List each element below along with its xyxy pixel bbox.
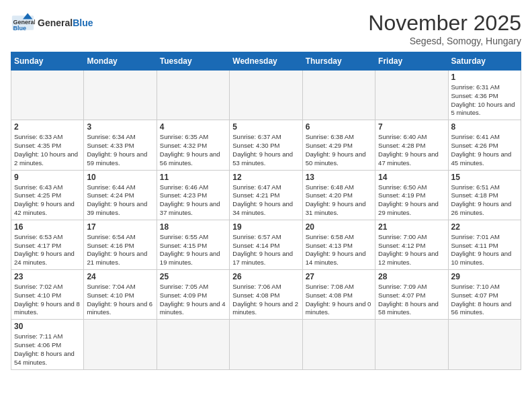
calendar-cell: [11, 71, 84, 120]
day-number: 28: [378, 272, 445, 281]
day-number: 30: [14, 322, 81, 331]
day-info: Sunrise: 6:51 AM Sunset: 4:18 PM Dayligh…: [451, 183, 518, 218]
logo-icon: General Blue: [11, 11, 35, 35]
day-number: 17: [87, 222, 153, 232]
weekday-header-sunday: Sunday: [11, 52, 84, 71]
calendar-cell: 4Sunrise: 6:35 AM Sunset: 4:32 PM Daylig…: [157, 120, 229, 170]
day-info: Sunrise: 7:05 AM Sunset: 4:09 PM Dayligh…: [160, 283, 226, 317]
day-info: Sunrise: 6:40 AM Sunset: 4:28 PM Dayligh…: [378, 133, 445, 167]
day-info: Sunrise: 7:02 AM Sunset: 4:10 PM Dayligh…: [14, 283, 81, 317]
calendar-cell: [448, 320, 521, 369]
calendar-cell: 3Sunrise: 6:34 AM Sunset: 4:33 PM Daylig…: [84, 120, 157, 170]
svg-text:Blue: Blue: [13, 25, 27, 32]
calendar-cell: 20Sunrise: 6:58 AM Sunset: 4:13 PM Dayli…: [302, 220, 375, 269]
day-info: Sunrise: 6:47 AM Sunset: 4:21 PM Dayligh…: [232, 183, 299, 218]
calendar-cell: 6Sunrise: 6:38 AM Sunset: 4:29 PM Daylig…: [302, 120, 375, 170]
calendar-cell: [230, 320, 302, 369]
day-info: Sunrise: 7:01 AM Sunset: 4:11 PM Dayligh…: [451, 233, 518, 267]
calendar-cell: 17Sunrise: 6:54 AM Sunset: 4:16 PM Dayli…: [84, 220, 157, 269]
day-number: 22: [451, 222, 518, 232]
day-number: 4: [160, 122, 226, 132]
calendar-cell: 9Sunrise: 6:43 AM Sunset: 4:25 PM Daylig…: [11, 170, 84, 220]
day-info: Sunrise: 7:11 AM Sunset: 4:06 PM Dayligh…: [14, 332, 81, 367]
day-number: 29: [451, 272, 518, 281]
day-number: 20: [306, 222, 372, 232]
calendar-cell: 27Sunrise: 7:08 AM Sunset: 4:08 PM Dayli…: [302, 270, 375, 320]
calendar-body: 1Sunrise: 6:31 AM Sunset: 4:36 PM Daylig…: [11, 71, 521, 370]
day-info: Sunrise: 6:44 AM Sunset: 4:24 PM Dayligh…: [87, 183, 153, 218]
weekday-header-friday: Friday: [375, 52, 448, 71]
day-number: 14: [378, 173, 445, 182]
weekday-header-wednesday: Wednesday: [230, 52, 302, 71]
calendar-week-row: 2Sunrise: 6:33 AM Sunset: 4:35 PM Daylig…: [11, 120, 521, 170]
calendar-cell: [375, 320, 448, 369]
calendar-cell: [157, 71, 229, 120]
calendar-cell: [157, 320, 229, 369]
calendar-cell: 10Sunrise: 6:44 AM Sunset: 4:24 PM Dayli…: [84, 170, 157, 220]
calendar-cell: 13Sunrise: 6:48 AM Sunset: 4:20 PM Dayli…: [302, 170, 375, 220]
day-info: Sunrise: 7:06 AM Sunset: 4:08 PM Dayligh…: [232, 283, 299, 317]
day-info: Sunrise: 6:34 AM Sunset: 4:33 PM Dayligh…: [87, 133, 153, 167]
calendar-cell: 24Sunrise: 7:04 AM Sunset: 4:10 PM Dayli…: [84, 270, 157, 320]
calendar-cell: 12Sunrise: 6:47 AM Sunset: 4:21 PM Dayli…: [230, 170, 302, 220]
day-number: 7: [378, 122, 445, 132]
calendar-cell: 28Sunrise: 7:09 AM Sunset: 4:07 PM Dayli…: [375, 270, 448, 320]
calendar-cell: [230, 71, 302, 120]
day-info: Sunrise: 6:54 AM Sunset: 4:16 PM Dayligh…: [87, 233, 153, 267]
day-number: 3: [87, 122, 153, 132]
day-info: Sunrise: 6:31 AM Sunset: 4:36 PM Dayligh…: [451, 83, 518, 118]
day-number: 23: [14, 272, 81, 281]
calendar-week-row: 1Sunrise: 6:31 AM Sunset: 4:36 PM Daylig…: [11, 71, 521, 120]
day-number: 9: [14, 173, 81, 182]
calendar-week-row: 16Sunrise: 6:53 AM Sunset: 4:17 PM Dayli…: [11, 220, 521, 269]
weekday-header-tuesday: Tuesday: [157, 52, 229, 71]
calendar-cell: [84, 320, 157, 369]
day-info: Sunrise: 6:35 AM Sunset: 4:32 PM Dayligh…: [160, 133, 226, 167]
day-info: Sunrise: 6:58 AM Sunset: 4:13 PM Dayligh…: [306, 233, 372, 267]
day-number: 2: [14, 122, 81, 132]
day-info: Sunrise: 7:10 AM Sunset: 4:07 PM Dayligh…: [451, 283, 518, 317]
calendar-cell: 5Sunrise: 6:37 AM Sunset: 4:30 PM Daylig…: [230, 120, 302, 170]
day-number: 24: [87, 272, 153, 281]
day-number: 12: [232, 173, 299, 182]
calendar-cell: 15Sunrise: 6:51 AM Sunset: 4:18 PM Dayli…: [448, 170, 521, 220]
calendar-week-row: 9Sunrise: 6:43 AM Sunset: 4:25 PM Daylig…: [11, 170, 521, 220]
day-info: Sunrise: 6:46 AM Sunset: 4:23 PM Dayligh…: [160, 183, 226, 218]
calendar-cell: 23Sunrise: 7:02 AM Sunset: 4:10 PM Dayli…: [11, 270, 84, 320]
calendar-cell: 21Sunrise: 7:00 AM Sunset: 4:12 PM Dayli…: [375, 220, 448, 269]
day-info: Sunrise: 7:08 AM Sunset: 4:08 PM Dayligh…: [306, 283, 372, 317]
day-number: 6: [306, 122, 372, 132]
calendar-cell: 22Sunrise: 7:01 AM Sunset: 4:11 PM Dayli…: [448, 220, 521, 269]
day-number: 1: [451, 73, 518, 82]
day-info: Sunrise: 7:04 AM Sunset: 4:10 PM Dayligh…: [87, 283, 153, 317]
calendar-header: SundayMondayTuesdayWednesdayThursdayFrid…: [11, 52, 521, 71]
logo-text: GeneralBlue: [38, 17, 93, 28]
logo: General Blue GeneralBlue: [11, 11, 93, 35]
day-number: 19: [232, 222, 299, 232]
weekday-header-thursday: Thursday: [302, 52, 375, 71]
day-number: 16: [14, 222, 81, 232]
calendar-cell: 7Sunrise: 6:40 AM Sunset: 4:28 PM Daylig…: [375, 120, 448, 170]
calendar-cell: [375, 71, 448, 120]
day-number: 10: [87, 173, 153, 182]
calendar-cell: 8Sunrise: 6:41 AM Sunset: 4:26 PM Daylig…: [448, 120, 521, 170]
weekday-header-row: SundayMondayTuesdayWednesdayThursdayFrid…: [11, 52, 521, 71]
day-number: 21: [378, 222, 445, 232]
calendar-cell: 2Sunrise: 6:33 AM Sunset: 4:35 PM Daylig…: [11, 120, 84, 170]
day-number: 18: [160, 222, 226, 232]
day-info: Sunrise: 6:38 AM Sunset: 4:29 PM Dayligh…: [306, 133, 372, 167]
calendar-cell: 14Sunrise: 6:50 AM Sunset: 4:19 PM Dayli…: [375, 170, 448, 220]
day-number: 25: [160, 272, 226, 281]
day-info: Sunrise: 6:33 AM Sunset: 4:35 PM Dayligh…: [14, 133, 81, 167]
day-number: 27: [306, 272, 372, 281]
calendar-cell: 1Sunrise: 6:31 AM Sunset: 4:36 PM Daylig…: [448, 71, 521, 120]
day-info: Sunrise: 6:57 AM Sunset: 4:14 PM Dayligh…: [232, 233, 299, 267]
calendar-cell: [302, 320, 375, 369]
calendar-cell: [84, 71, 157, 120]
calendar-cell: 16Sunrise: 6:53 AM Sunset: 4:17 PM Dayli…: [11, 220, 84, 269]
weekday-header-monday: Monday: [84, 52, 157, 71]
day-number: 11: [160, 173, 226, 182]
day-number: 5: [232, 122, 299, 132]
day-info: Sunrise: 6:48 AM Sunset: 4:20 PM Dayligh…: [306, 183, 372, 218]
weekday-header-saturday: Saturday: [448, 52, 521, 71]
